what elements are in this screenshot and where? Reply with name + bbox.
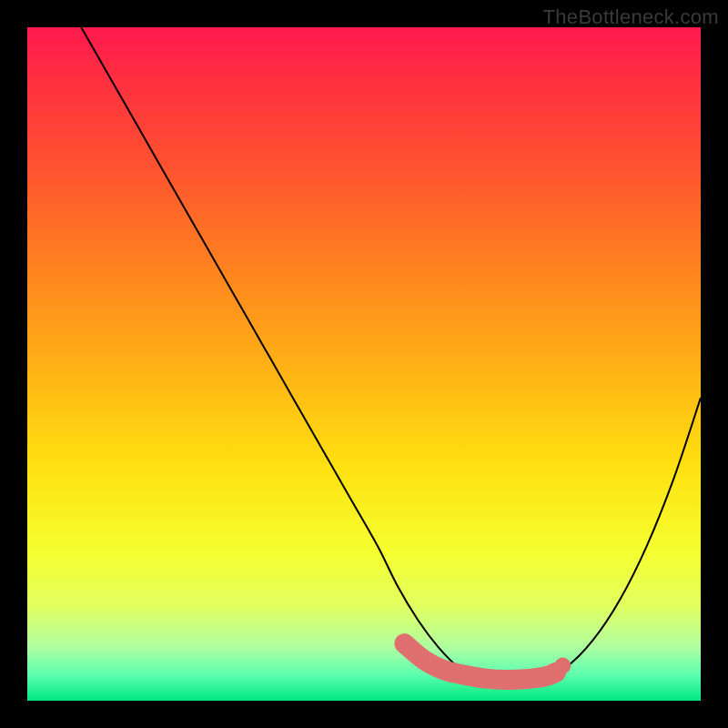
optimal-band (404, 643, 556, 680)
chart-frame: TheBottleneck.com (0, 0, 728, 728)
optimal-dot (554, 658, 571, 674)
chart-overlay (27, 27, 701, 701)
plot-area (27, 27, 701, 701)
watermark-label: TheBottleneck.com (543, 5, 719, 29)
bottleneck-curve (81, 27, 701, 681)
